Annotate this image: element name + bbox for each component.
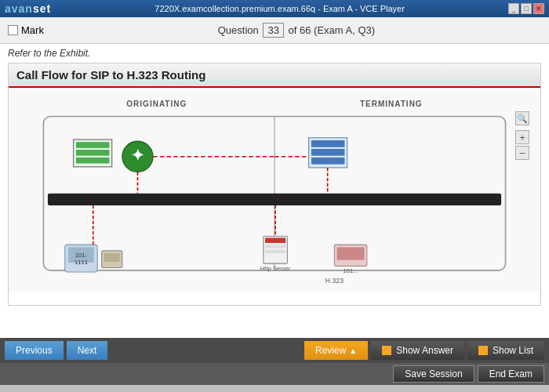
svg-text:✦: ✦	[131, 147, 144, 164]
app-logo: avanset	[5, 2, 51, 15]
svg-rect-25	[265, 238, 285, 243]
question-total: 66	[300, 24, 311, 36]
main-content: Refer to the Exhibit. Call Flow for SIP …	[0, 44, 549, 338]
minimize-button[interactable]: _	[508, 3, 519, 14]
svg-rect-27	[265, 250, 285, 253]
list-icon	[478, 346, 488, 355]
svg-rect-26	[265, 245, 285, 248]
question-number: 33	[263, 23, 283, 38]
window-controls[interactable]: _ □ ✕	[508, 3, 544, 14]
question-label: Question	[218, 24, 259, 36]
review-button[interactable]: Review ▲	[304, 341, 368, 360]
refer-text: Refer to the Exhibit.	[0, 44, 549, 63]
svg-rect-4	[76, 142, 110, 148]
terminating-label: TERMINATING	[360, 100, 423, 108]
header-bar: Mark Question 33 of 66 (Exam A, Q3)	[0, 17, 549, 44]
show-answer-label: Show Answer	[396, 345, 453, 356]
title-bar: avanset 7220X.examcollection.premium.exa…	[0, 0, 549, 17]
end-exam-button[interactable]: End Exam	[478, 365, 544, 383]
close-button[interactable]: ✕	[533, 3, 544, 14]
mark-checkbox[interactable]: Mark	[8, 24, 44, 36]
svg-rect-2	[48, 194, 501, 205]
diagram-labels: ORIGINATING TERMINATING	[16, 96, 533, 112]
window-title: 7220X.examcollection.premium.exam.66q - …	[51, 4, 508, 13]
originating-label: ORIGINATING	[126, 100, 187, 108]
show-answer-button[interactable]: Show Answer	[371, 341, 464, 360]
answer-icon	[382, 346, 391, 355]
next-button[interactable]: Next	[67, 341, 108, 360]
mark-label: Mark	[21, 24, 44, 36]
svg-rect-20	[311, 149, 345, 156]
zoom-controls[interactable]: 🔍 + −	[515, 111, 529, 160]
question-info: Question 33 of 66 (Exam A, Q3)	[52, 23, 541, 38]
svg-text:H.323: H.323	[325, 277, 344, 285]
review-arrow-icon: ▲	[349, 347, 357, 355]
svg-text:1111: 1111	[75, 259, 88, 266]
svg-text:101...: 101...	[344, 267, 358, 274]
bottom-nav: Previous Next Review ▲ Show Answer Show …	[0, 338, 549, 363]
svg-text:Http Server: Http Server	[260, 265, 291, 272]
diagram-area: ORIGINATING TERMINATING	[9, 88, 540, 292]
previous-button[interactable]: Previous	[5, 341, 64, 360]
zoom-out-button[interactable]: −	[515, 146, 529, 160]
show-list-button[interactable]: Show List	[467, 341, 544, 360]
svg-rect-5	[76, 150, 110, 156]
svg-text:101-: 101-	[75, 252, 88, 259]
svg-rect-21	[311, 158, 345, 165]
review-label: Review	[315, 345, 346, 356]
question-exam: (Exam A, Q3)	[314, 24, 375, 36]
bottom-action-bar: Save Session End Exam	[0, 363, 549, 385]
logo-area: avanset	[5, 2, 51, 15]
show-list-label: Show List	[493, 345, 533, 356]
question-of: of	[289, 24, 300, 36]
zoom-in-button[interactable]: +	[515, 130, 529, 144]
exhibit-body: ORIGINATING TERMINATING	[9, 88, 540, 292]
svg-rect-19	[311, 140, 345, 147]
mark-checkbox-box[interactable]	[8, 25, 18, 35]
maximize-button[interactable]: □	[521, 3, 532, 14]
network-diagram: ✦ 101- 1111	[16, 112, 533, 300]
svg-rect-6	[76, 158, 110, 164]
svg-rect-16	[104, 253, 120, 262]
svg-rect-31	[337, 247, 365, 260]
zoom-search-icon: 🔍	[515, 111, 529, 125]
exhibit-area: Call Flow for SIP to H.323 Routing ORIGI…	[8, 63, 541, 306]
exhibit-title: Call Flow for SIP to H.323 Routing	[9, 64, 540, 88]
save-session-button[interactable]: Save Session	[393, 365, 474, 383]
